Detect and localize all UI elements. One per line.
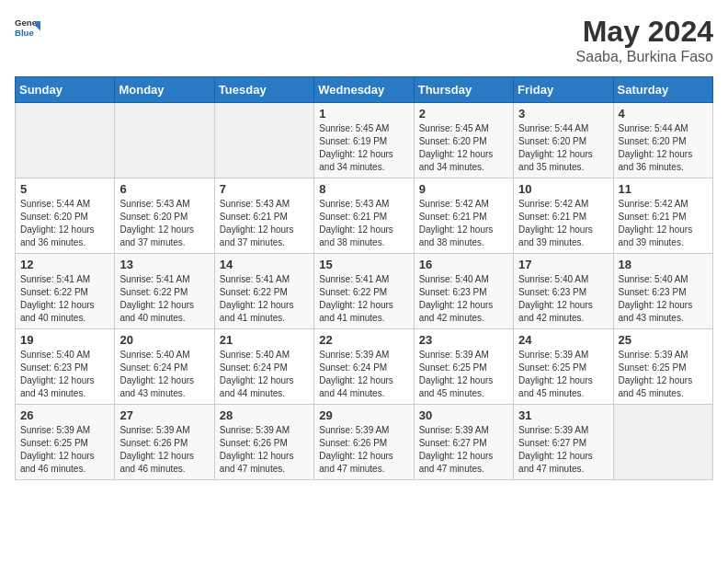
table-row: 8Sunrise: 5:43 AM Sunset: 6:21 PM Daylig… <box>314 178 414 254</box>
day-info: Sunrise: 5:39 AM Sunset: 6:27 PM Dayligh… <box>518 424 608 476</box>
table-row: 1Sunrise: 5:45 AM Sunset: 6:19 PM Daylig… <box>314 103 414 178</box>
table-row: 16Sunrise: 5:40 AM Sunset: 6:23 PM Dayli… <box>414 254 513 329</box>
calendar-week-row: 12Sunrise: 5:41 AM Sunset: 6:22 PM Dayli… <box>16 254 713 329</box>
day-number: 6 <box>119 182 209 196</box>
day-info: Sunrise: 5:41 AM Sunset: 6:22 PM Dayligh… <box>319 273 408 325</box>
day-info: Sunrise: 5:40 AM Sunset: 6:23 PM Dayligh… <box>518 273 608 325</box>
table-row: 17Sunrise: 5:40 AM Sunset: 6:23 PM Dayli… <box>514 254 613 329</box>
table-row: 11Sunrise: 5:42 AM Sunset: 6:21 PM Dayli… <box>613 178 712 254</box>
day-number: 19 <box>20 333 109 347</box>
col-wednesday: Wednesday <box>314 77 414 103</box>
table-row <box>115 103 214 178</box>
day-number: 4 <box>619 107 708 121</box>
table-row: 12Sunrise: 5:41 AM Sunset: 6:22 PM Dayli… <box>16 254 115 329</box>
day-info: Sunrise: 5:44 AM Sunset: 6:20 PM Dayligh… <box>518 122 608 174</box>
day-info: Sunrise: 5:39 AM Sunset: 6:24 PM Dayligh… <box>319 349 408 400</box>
day-number: 25 <box>619 333 708 347</box>
col-tuesday: Tuesday <box>214 77 313 103</box>
title-location: Saaba, Burkina Faso <box>576 49 713 65</box>
table-row <box>16 103 115 178</box>
day-number: 2 <box>419 107 508 121</box>
day-info: Sunrise: 5:39 AM Sunset: 6:25 PM Dayligh… <box>518 349 608 400</box>
table-row: 14Sunrise: 5:41 AM Sunset: 6:22 PM Dayli… <box>214 254 313 329</box>
table-row: 29Sunrise: 5:39 AM Sunset: 6:26 PM Dayli… <box>314 405 414 480</box>
table-row: 6Sunrise: 5:43 AM Sunset: 6:20 PM Daylig… <box>115 178 214 254</box>
day-number: 28 <box>220 408 309 422</box>
table-row: 25Sunrise: 5:39 AM Sunset: 6:25 PM Dayli… <box>613 329 712 405</box>
day-info: Sunrise: 5:40 AM Sunset: 6:23 PM Dayligh… <box>20 349 109 400</box>
table-row: 15Sunrise: 5:41 AM Sunset: 6:22 PM Dayli… <box>314 254 414 329</box>
day-info: Sunrise: 5:39 AM Sunset: 6:27 PM Dayligh… <box>419 424 508 476</box>
table-row: 2Sunrise: 5:45 AM Sunset: 6:20 PM Daylig… <box>414 103 513 178</box>
day-info: Sunrise: 5:41 AM Sunset: 6:22 PM Dayligh… <box>119 273 209 325</box>
day-info: Sunrise: 5:45 AM Sunset: 6:19 PM Dayligh… <box>319 122 408 174</box>
day-info: Sunrise: 5:43 AM Sunset: 6:21 PM Dayligh… <box>220 198 309 249</box>
day-number: 13 <box>119 258 209 271</box>
calendar-table: Sunday Monday Tuesday Wednesday Thursday… <box>15 76 713 480</box>
table-row: 13Sunrise: 5:41 AM Sunset: 6:22 PM Dayli… <box>115 254 214 329</box>
table-row: 21Sunrise: 5:40 AM Sunset: 6:24 PM Dayli… <box>214 329 313 405</box>
col-saturday: Saturday <box>613 77 712 103</box>
day-info: Sunrise: 5:39 AM Sunset: 6:26 PM Dayligh… <box>119 424 209 476</box>
day-number: 5 <box>20 182 109 196</box>
day-info: Sunrise: 5:39 AM Sunset: 6:26 PM Dayligh… <box>319 424 408 476</box>
day-number: 11 <box>619 182 708 196</box>
day-info: Sunrise: 5:43 AM Sunset: 6:21 PM Dayligh… <box>319 198 408 249</box>
svg-text:Blue: Blue <box>15 28 34 38</box>
col-sunday: Sunday <box>16 77 115 103</box>
day-info: Sunrise: 5:40 AM Sunset: 6:24 PM Dayligh… <box>220 349 309 400</box>
day-info: Sunrise: 5:40 AM Sunset: 6:23 PM Dayligh… <box>419 273 508 325</box>
title-block: May 2024 Saaba, Burkina Faso <box>576 15 713 65</box>
table-row: 4Sunrise: 5:44 AM Sunset: 6:20 PM Daylig… <box>613 103 712 178</box>
day-info: Sunrise: 5:39 AM Sunset: 6:25 PM Dayligh… <box>419 349 508 400</box>
col-thursday: Thursday <box>414 77 513 103</box>
table-row: 10Sunrise: 5:42 AM Sunset: 6:21 PM Dayli… <box>514 178 613 254</box>
table-row: 5Sunrise: 5:44 AM Sunset: 6:20 PM Daylig… <box>16 178 115 254</box>
day-number: 8 <box>319 182 408 196</box>
day-number: 15 <box>319 258 408 271</box>
day-info: Sunrise: 5:45 AM Sunset: 6:20 PM Dayligh… <box>419 122 508 174</box>
day-number: 22 <box>319 333 408 347</box>
day-info: Sunrise: 5:41 AM Sunset: 6:22 PM Dayligh… <box>220 273 309 325</box>
day-number: 31 <box>518 408 608 422</box>
table-row: 31Sunrise: 5:39 AM Sunset: 6:27 PM Dayli… <box>514 405 613 480</box>
day-number: 27 <box>119 408 209 422</box>
logo-icon: General Blue <box>15 15 40 40</box>
day-number: 10 <box>518 182 608 196</box>
day-info: Sunrise: 5:41 AM Sunset: 6:22 PM Dayligh… <box>20 273 109 325</box>
day-info: Sunrise: 5:42 AM Sunset: 6:21 PM Dayligh… <box>419 198 508 249</box>
table-row: 3Sunrise: 5:44 AM Sunset: 6:20 PM Daylig… <box>514 103 613 178</box>
col-friday: Friday <box>514 77 613 103</box>
table-row: 23Sunrise: 5:39 AM Sunset: 6:25 PM Dayli… <box>414 329 513 405</box>
logo: General Blue <box>15 15 40 40</box>
calendar-header-row: Sunday Monday Tuesday Wednesday Thursday… <box>16 77 713 103</box>
day-number: 12 <box>20 258 109 271</box>
day-number: 20 <box>119 333 209 347</box>
day-info: Sunrise: 5:42 AM Sunset: 6:21 PM Dayligh… <box>518 198 608 249</box>
day-number: 9 <box>419 182 508 196</box>
day-number: 21 <box>220 333 309 347</box>
calendar-week-row: 1Sunrise: 5:45 AM Sunset: 6:19 PM Daylig… <box>16 103 713 178</box>
day-info: Sunrise: 5:39 AM Sunset: 6:25 PM Dayligh… <box>20 424 109 476</box>
day-number: 29 <box>319 408 408 422</box>
table-row: 27Sunrise: 5:39 AM Sunset: 6:26 PM Dayli… <box>115 405 214 480</box>
calendar-week-row: 5Sunrise: 5:44 AM Sunset: 6:20 PM Daylig… <box>16 178 713 254</box>
day-info: Sunrise: 5:44 AM Sunset: 6:20 PM Dayligh… <box>20 198 109 249</box>
day-number: 17 <box>518 258 608 271</box>
day-number: 3 <box>518 107 608 121</box>
table-row: 19Sunrise: 5:40 AM Sunset: 6:23 PM Dayli… <box>16 329 115 405</box>
calendar-week-row: 26Sunrise: 5:39 AM Sunset: 6:25 PM Dayli… <box>16 405 713 480</box>
title-month: May 2024 <box>576 15 713 49</box>
table-row: 22Sunrise: 5:39 AM Sunset: 6:24 PM Dayli… <box>314 329 414 405</box>
calendar-week-row: 19Sunrise: 5:40 AM Sunset: 6:23 PM Dayli… <box>16 329 713 405</box>
day-info: Sunrise: 5:40 AM Sunset: 6:23 PM Dayligh… <box>619 273 708 325</box>
table-row <box>613 405 712 480</box>
table-row: 24Sunrise: 5:39 AM Sunset: 6:25 PM Dayli… <box>514 329 613 405</box>
day-info: Sunrise: 5:44 AM Sunset: 6:20 PM Dayligh… <box>619 122 708 174</box>
day-number: 30 <box>419 408 508 422</box>
day-info: Sunrise: 5:42 AM Sunset: 6:21 PM Dayligh… <box>619 198 708 249</box>
day-info: Sunrise: 5:39 AM Sunset: 6:26 PM Dayligh… <box>220 424 309 476</box>
col-monday: Monday <box>115 77 214 103</box>
page-header: General Blue May 2024 Saaba, Burkina Fas… <box>15 15 713 65</box>
table-row: 28Sunrise: 5:39 AM Sunset: 6:26 PM Dayli… <box>214 405 313 480</box>
